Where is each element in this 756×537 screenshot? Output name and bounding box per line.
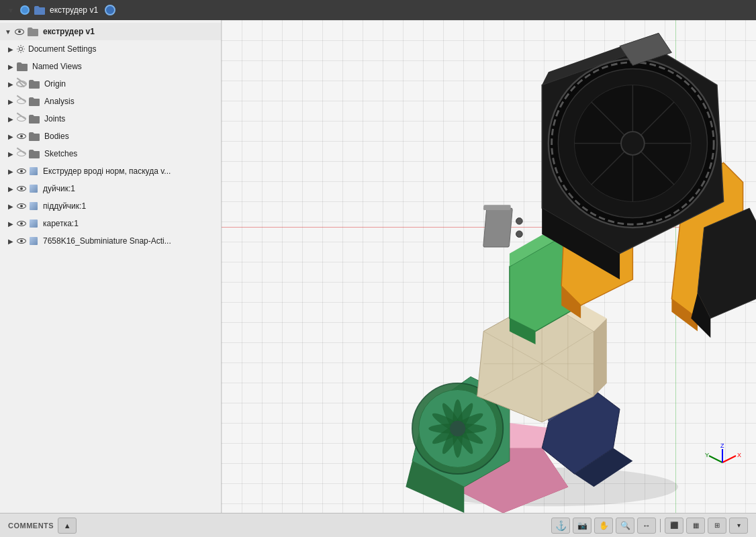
view-button-4[interactable]: ▾ xyxy=(729,518,748,534)
bottom-bar: COMMENTS ▲ ⚓ 📷 ✋ 🔍 ↔ ⬛ ▦ ⊞ ▾ xyxy=(0,513,756,537)
svg-point-37 xyxy=(516,231,523,238)
eye-comp3[interactable] xyxy=(16,201,27,211)
expand-comp2[interactable] xyxy=(5,183,16,194)
history-icon[interactable] xyxy=(105,5,115,15)
tree-item-comp4[interactable]: каретка:1 xyxy=(0,215,221,232)
eye-joints[interactable] xyxy=(16,114,27,124)
svg-line-58 xyxy=(722,456,736,462)
nav-button-5[interactable]: ↔ xyxy=(637,518,656,534)
expand-comp5[interactable] xyxy=(5,236,16,246)
svg-text:X: X xyxy=(737,452,741,458)
svg-point-36 xyxy=(516,218,523,225)
expand-comp3[interactable] xyxy=(5,201,16,211)
comments-expand-btn[interactable]: ▲ xyxy=(58,518,77,534)
body-icon-comp1 xyxy=(28,166,39,177)
expand-sketches[interactable] xyxy=(5,148,16,159)
component-tree: екструдер v1 Document Settings xyxy=(0,20,221,513)
svg-text:Z: Z xyxy=(720,442,724,449)
eye-analysis[interactable] xyxy=(16,97,27,106)
view-button-3[interactable]: ⊞ xyxy=(708,518,726,534)
3d-model xyxy=(222,20,756,513)
expand-joints[interactable] xyxy=(5,113,16,124)
body-icon-comp5 xyxy=(28,236,39,246)
view-button-2[interactable]: ▦ xyxy=(686,518,705,534)
view-button-1[interactable]: ⬛ xyxy=(665,518,683,534)
folder-analysis-icon xyxy=(28,97,40,106)
tree-item-doc-settings[interactable]: Document Settings xyxy=(0,40,221,58)
expand-doc-settings[interactable] xyxy=(5,44,16,54)
separator xyxy=(660,519,661,532)
folder-joints-icon xyxy=(28,114,40,124)
named-views-label: Named Views xyxy=(32,62,82,71)
top-bar: екструдер v1 xyxy=(0,0,756,20)
svg-point-53 xyxy=(621,132,645,155)
svg-rect-34 xyxy=(483,208,513,247)
eye-sketches[interactable] xyxy=(16,149,27,158)
tree-item-comp3[interactable]: піддуйчик:1 xyxy=(0,197,221,215)
svg-text:Y: Y xyxy=(705,452,709,458)
sidebar: екструдер v1 Document Settings xyxy=(0,20,222,513)
doc-settings-label: Document Settings xyxy=(28,44,96,54)
tree-item-analysis[interactable]: Analysis xyxy=(0,93,221,110)
comp1-label: Екструдер вроді норм, паскуда v... xyxy=(43,166,171,176)
document-title: екструдер v1 xyxy=(50,5,98,15)
tree-item-root[interactable]: екструдер v1 xyxy=(0,23,221,40)
eye-root[interactable] xyxy=(13,27,26,36)
expand-comp1[interactable] xyxy=(5,166,16,177)
bottom-left-section: COMMENTS ▲ xyxy=(8,518,77,534)
folder-icon-top xyxy=(34,5,46,15)
3d-viewport[interactable]: X Y Z xyxy=(222,20,756,513)
eye-comp2[interactable] xyxy=(16,184,27,193)
eye-bodies[interactable] xyxy=(16,132,27,141)
eye-comp4[interactable] xyxy=(16,219,27,228)
comp5-label: 7658K16_Subminiature Snap-Acti... xyxy=(43,236,171,246)
svg-marker-21 xyxy=(594,318,606,396)
eye-comp5[interactable] xyxy=(16,236,27,246)
expand-origin[interactable] xyxy=(5,79,16,89)
bottom-right-section: ⚓ 📷 ✋ 🔍 ↔ ⬛ ▦ ⊞ ▾ xyxy=(551,518,748,534)
tree-item-sketches[interactable]: Sketches xyxy=(0,145,221,162)
comments-label: COMMENTS xyxy=(8,522,54,530)
root-label: екструдер v1 xyxy=(43,27,95,36)
folder-sketches-icon xyxy=(28,149,40,158)
body-icon-comp3 xyxy=(28,201,39,211)
nav-button-1[interactable]: ⚓ xyxy=(551,518,570,534)
sketches-label: Sketches xyxy=(44,149,77,158)
folder-origin-icon xyxy=(28,79,40,89)
folder-named-views-icon xyxy=(16,62,28,71)
folder-bodies-icon xyxy=(28,132,40,141)
tree-item-comp1[interactable]: Екструдер вроді норм, паскуда v... xyxy=(0,162,221,180)
tree-item-comp5[interactable]: 7658K16_Subminiature Snap-Acti... xyxy=(0,232,221,250)
axis-indicator: X Y Z xyxy=(702,442,743,483)
folder-icon-root xyxy=(27,27,39,36)
tree-item-joints[interactable]: Joints xyxy=(0,110,221,128)
svg-point-0 xyxy=(19,48,23,51)
tree-item-bodies[interactable]: Bodies xyxy=(0,128,221,145)
tree-item-named-views[interactable]: Named Views xyxy=(0,58,221,75)
expand-named-views[interactable] xyxy=(5,61,16,72)
visibility-dot[interactable] xyxy=(20,5,30,15)
eye-origin[interactable] xyxy=(16,79,27,89)
comp2-label: дуйчик:1 xyxy=(43,184,75,193)
bodies-label: Bodies xyxy=(44,132,69,141)
joints-label: Joints xyxy=(44,114,65,124)
expand-comp4[interactable] xyxy=(5,218,16,229)
root-expand-arrow[interactable] xyxy=(5,5,16,15)
main-content: екструдер v1 Document Settings xyxy=(0,20,756,513)
nav-button-2[interactable]: 📷 xyxy=(573,518,592,534)
gear-icon xyxy=(16,44,26,54)
tree-item-comp2[interactable]: дуйчик:1 xyxy=(0,180,221,197)
eye-comp1[interactable] xyxy=(16,166,27,176)
body-icon-comp4 xyxy=(28,218,39,229)
expand-bodies[interactable] xyxy=(5,131,16,142)
nav-button-3[interactable]: ✋ xyxy=(594,518,613,534)
analysis-label: Analysis xyxy=(44,97,75,106)
expand-analysis[interactable] xyxy=(5,96,16,107)
tree-item-origin[interactable]: Origin xyxy=(0,75,221,93)
comp4-label: каретка:1 xyxy=(43,219,79,228)
svg-rect-35 xyxy=(483,205,511,210)
body-icon-comp2 xyxy=(28,183,39,194)
svg-point-18 xyxy=(450,421,465,436)
nav-button-4[interactable]: 🔍 xyxy=(616,518,634,534)
expand-root[interactable] xyxy=(3,26,13,37)
